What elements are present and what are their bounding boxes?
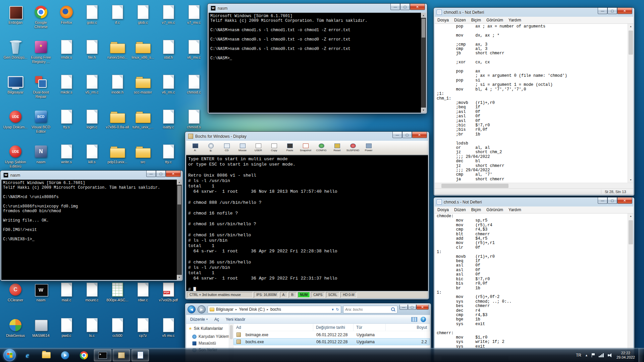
taskbar-bochs[interactable]	[113, 349, 130, 361]
breadcrumb-item[interactable]: Yerel Disk (C:)	[239, 307, 265, 312]
desktop-icon[interactable]: scc-master	[130, 74, 156, 95]
desktop-icon[interactable]: ls.c	[79, 318, 105, 338]
scrollbar-vertical[interactable]: ▲ ▼	[628, 214, 633, 355]
network-icon[interactable]	[599, 353, 604, 357]
titlebar[interactable]: chmod0.s - Not Defteri — ▢ ✕	[434, 8, 634, 17]
scrollbar-vertical[interactable]: ▲ ▼	[628, 24, 633, 183]
file-row[interactable]: bximage.exe 06.01.2012 22:28 Uygulama	[233, 331, 430, 338]
scroll-thumb[interactable]	[177, 186, 181, 204]
desktop-icon[interactable]: write.s	[54, 144, 79, 164]
open-button[interactable]: Aç	[214, 317, 219, 322]
terminal-output[interactable]: Microsoft Windows [Sürüm 6.1.7601]Telif …	[209, 13, 426, 113]
desktop-icon[interactable]: cc500	[105, 318, 130, 338]
breadcrumb-item[interactable]: Bilgisayar	[216, 307, 233, 312]
titlebar[interactable]: nasm — ▢ ✕	[208, 4, 427, 13]
favorites-header[interactable]: ★ Sık Kullanılanlar	[189, 326, 229, 331]
desktop-icon[interactable]: CCleaner	[3, 282, 28, 302]
desktop-icon[interactable]: pdp11unix...	[105, 144, 130, 164]
desktop-icon[interactable]: v5_rm.c	[79, 74, 105, 95]
taskbar-internet-explorer[interactable]: e	[19, 349, 36, 361]
menu-item[interactable]: Dosya	[435, 207, 451, 212]
titlebar[interactable]: nasm — ▢ ✕	[0, 171, 183, 180]
show-desktop-button[interactable]	[639, 348, 643, 362]
file-row[interactable]: bochs.exe 06.01.2012 22:28 Uygulama 2.2	[233, 338, 430, 345]
search-box[interactable]	[343, 306, 397, 313]
scroll-up-icon[interactable]: ▲	[628, 24, 633, 29]
organize-menu[interactable]: Düzenle	[190, 317, 208, 322]
desktop-icon[interactable]: Erdoğan	[3, 5, 28, 25]
tray-expand-icon[interactable]: ▲	[585, 354, 588, 357]
sidebar-item[interactable]: Karşıdan Yükleme	[189, 333, 229, 340]
maximize-button[interactable]: ▢	[402, 132, 412, 138]
scrollbar-vertical[interactable]: ▲▼	[421, 13, 426, 113]
desktop-icon[interactable]: v7x86-0.8a-all	[105, 109, 130, 129]
scroll-down-icon[interactable]: ▼	[421, 108, 426, 113]
menu-item[interactable]: Düzen	[451, 207, 469, 212]
scroll-thumb[interactable]	[629, 220, 633, 244]
desktop-icon[interactable]: v6_rm.c	[156, 74, 181, 95]
column-date[interactable]: Değiştirme tarihi	[313, 324, 354, 331]
bochs-toolbar-button[interactable]: SUSPEND	[345, 141, 360, 154]
menu-item[interactable]: Düzen	[451, 18, 469, 22]
minimize-button[interactable]: —	[392, 132, 402, 138]
help-icon[interactable]: ?	[421, 317, 426, 322]
search-input[interactable]	[345, 307, 391, 311]
bochs-toolbar-button[interactable]: CONFIG	[314, 141, 329, 154]
editor-area[interactable]: chmode: mov sp,r5 mov (r5),r4 cmp r4,$3 …	[435, 214, 633, 355]
emulator-screen[interactable]: Type ENTER to start in multi user modeor…	[186, 155, 428, 291]
editor-text[interactable]: pop ax ; ax = number of arguments mov dx…	[435, 24, 628, 183]
forward-button[interactable]: ▶	[198, 305, 206, 313]
desktop-icon[interactable]: rmdir.s	[54, 40, 79, 60]
desktop-icon[interactable]: chmod.s	[181, 109, 207, 129]
desktop-icon[interactable]: pwd.c	[54, 318, 79, 338]
breadcrumb-item[interactable]: bochs	[270, 307, 281, 312]
maximize-button[interactable]: ▢	[156, 171, 166, 177]
scroll-thumb[interactable]	[422, 19, 425, 38]
desktop-icon[interactable]: isatty.c	[156, 109, 181, 129]
volume-icon[interactable]	[608, 353, 613, 357]
desktop-icon[interactable]: Firefox	[54, 5, 79, 25]
titlebar[interactable]: Bochs for Windows - Display — ▢ ✕	[185, 132, 429, 141]
maximize-button[interactable]: ▢	[607, 8, 617, 14]
desktop-icon[interactable]: Dual-boot Repair	[28, 74, 54, 99]
desktop-icon[interactable]: Google Chrome	[28, 5, 54, 29]
column-name[interactable]: Ad	[233, 324, 313, 331]
desktop-icon[interactable]: runixv1mo...	[105, 40, 130, 60]
taskbar-media-player[interactable]	[56, 349, 74, 361]
sidebar-item[interactable]: Masaüstü	[189, 340, 229, 347]
menu-item[interactable]: Biçim	[469, 207, 484, 212]
desktop-icon[interactable]: mkdir.s	[54, 74, 79, 95]
clock[interactable]: 22:22 29.04.2022	[616, 351, 635, 360]
bochs-toolbar-button[interactable]: Mouse	[235, 141, 250, 154]
desktop-icon[interactable]: Geri Dönüşü...	[3, 40, 28, 60]
menu-item[interactable]: Görünüm	[484, 18, 506, 22]
back-button[interactable]: ◀	[187, 305, 196, 313]
desktop-icon[interactable]: rdwr.c	[130, 282, 156, 302]
desktop-icon[interactable]: Visual BCD Editor	[28, 109, 54, 134]
bochs-toolbar-button[interactable]: Paste	[282, 141, 297, 154]
close-button[interactable]: ✕	[416, 305, 429, 310]
scroll-up-icon[interactable]: ▲	[421, 13, 426, 18]
desktop-icon[interactable]: Uyap Şablon Editörü	[3, 144, 28, 169]
desktop-icon[interactable]: v7vol2b.pdf	[156, 282, 181, 302]
terminal-output[interactable]: Microsoft Windows [Sürüm 6.1.7601]Telif …	[1, 180, 182, 280]
language-indicator[interactable]: TR	[576, 353, 581, 358]
desktop-icon[interactable]: file.h	[79, 40, 105, 60]
close-button[interactable]: ✕	[412, 132, 427, 138]
scroll-down-icon[interactable]: ▼	[628, 177, 633, 183]
action-center-icon[interactable]	[592, 353, 595, 357]
desktop-icon[interactable]: mount.c	[79, 282, 105, 302]
desktop-icon[interactable]: goto.c	[79, 5, 105, 25]
desktop-icon[interactable]: v5 mv.c	[156, 318, 181, 338]
bochs-toolbar-button[interactable]: Power	[361, 141, 376, 154]
taskbar-chrome[interactable]	[75, 349, 93, 361]
desktop-icon[interactable]: 800px-ASC...	[105, 282, 130, 302]
minimize-button[interactable]: —	[399, 305, 408, 310]
column-type[interactable]: Tür	[354, 324, 386, 331]
minimize-button[interactable]: —	[146, 171, 156, 177]
bochs-toolbar-button[interactable]: Copy	[267, 141, 281, 154]
taskbar-windows-explorer[interactable]	[38, 349, 55, 361]
desktop-icon[interactable]: Eusing Free Registry ...	[28, 40, 54, 64]
scroll-thumb[interactable]	[441, 184, 508, 188]
bochs-toolbar-button[interactable]: USER	[251, 141, 266, 154]
